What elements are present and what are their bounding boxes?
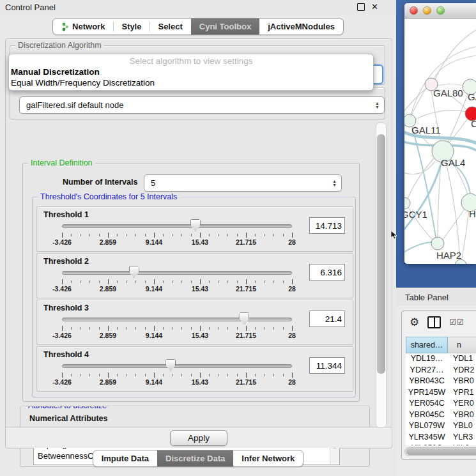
close-traffic-light-icon[interactable] (410, 6, 418, 15)
apply-button[interactable]: Apply (170, 430, 227, 446)
slider-tick-labels: -3.4262.8599.14415.4321.71528 (62, 285, 292, 293)
table-row[interactable]: YDR27…YDR2 (406, 365, 476, 376)
table-horizontal-scrollbar-thumb[interactable] (406, 449, 476, 455)
table-cell: YDR2 (448, 365, 476, 376)
table-row[interactable]: YER054CYER0 (406, 398, 476, 410)
slider-track[interactable] (62, 318, 292, 321)
minimize-traffic-light-icon[interactable] (423, 6, 431, 15)
table-column-header[interactable]: shared… (406, 337, 448, 353)
table-data-group: Table Data galFiltered.sif default node … (10, 88, 385, 119)
columns-icon[interactable] (427, 316, 441, 328)
desktop-background: GAL80GACGAL11GAL4GCY1HHAP2 (396, 0, 476, 288)
node-table-card: ⚙ ☑☑ shared…n YDL19…YDL1YDR27…YDR2YBR043… (401, 311, 476, 460)
table-row[interactable]: YIL052CYIL0 (406, 443, 476, 445)
table-row[interactable]: YDL19…YDL1 (406, 353, 476, 365)
network-node-label: GCY1 (404, 209, 427, 220)
network-window-titlebar[interactable] (404, 3, 476, 19)
table-cell: YDL19… (406, 353, 448, 365)
table-row[interactable]: YBR045CYBR0 (406, 410, 476, 421)
tab-label: Style (121, 22, 141, 31)
tab-label: Discretize Data (165, 454, 225, 463)
slider-thumb-icon[interactable] (129, 266, 139, 278)
slider-ruler (62, 233, 292, 238)
table-cell: YDL1 (448, 353, 476, 365)
table-row[interactable]: YLR345WYLR3 (406, 432, 476, 443)
slider-ruler (62, 372, 292, 378)
table-cell: YBR043C (406, 376, 448, 387)
table-cell: YBR045C (406, 410, 448, 421)
slider-thumb-icon[interactable] (239, 312, 249, 325)
control-panel-titlebar: Control Panel ✕ (0, 0, 396, 15)
cyni-toolbox-panel: Discretization Algorithm Table Data galF… (5, 38, 392, 449)
table-row[interactable]: YBR043CYBR0 (406, 376, 476, 387)
threshold-slider[interactable]: -3.4262.8599.14415.4321.71528 (62, 300, 292, 344)
table-horizontal-scrollbar[interactable] (404, 447, 476, 456)
interval-definition-legend: Interval Definition (28, 158, 95, 167)
slider-track[interactable] (62, 271, 292, 275)
table-data-combo-value: galFiltered.sif default node (26, 100, 123, 110)
pane-scrollbar-thumb[interactable] (377, 134, 385, 374)
table-toolbar: ⚙ ☑☑ (402, 311, 476, 333)
slider-ruler (62, 326, 292, 331)
algorithm-dropdown-popup: Select algorithm to view settings Manual… (8, 54, 374, 91)
table-cell: YLR345W (406, 432, 448, 443)
network-node-label: GAL11 (411, 125, 441, 135)
threshold-slider[interactable]: -3.4262.8599.14415.4321.71528 (62, 347, 292, 391)
threshold-value-field[interactable]: 14.713 (309, 217, 345, 234)
threshold-value-field[interactable]: 11.344 (309, 357, 345, 374)
close-icon[interactable]: ✕ (371, 3, 378, 11)
slider-ruler (62, 279, 292, 284)
table-rows: YDL19…YDL1YDR27…YDR2YBR043CYBR0YPR145WYP… (406, 353, 476, 445)
network-window[interactable]: GAL80GACGAL11GAL4GCY1HHAP2 (404, 3, 476, 264)
network-node[interactable] (404, 197, 410, 209)
table-column-header[interactable]: n (448, 337, 476, 353)
algorithm-placeholder-option[interactable]: Select algorithm to view settings (9, 54, 373, 66)
tab-label: jActiveMNodules (268, 22, 335, 31)
tab-jactivemnodules[interactable]: jActiveMNodules (259, 19, 343, 35)
tab-label: Select (158, 22, 182, 31)
table-row[interactable]: YPR145WYPR1 (406, 387, 476, 399)
bottom-tab-impute-data[interactable]: Impute Data (93, 450, 157, 466)
gear-icon[interactable]: ⚙ (410, 317, 419, 328)
zoom-traffic-light-icon[interactable] (436, 6, 445, 15)
bottom-tab-infer-network[interactable]: Infer Network (233, 450, 303, 466)
table-cell: YER054C (406, 398, 448, 410)
tab-select[interactable]: Select (150, 19, 190, 35)
algorithm-option[interactable]: Manual Discretization (9, 66, 373, 77)
network-node-label: HAP2 (436, 250, 461, 261)
slider-thumb-icon[interactable] (190, 219, 201, 231)
threshold-value-field[interactable]: 6.316 (309, 264, 345, 280)
table-cell: YBL079W (406, 420, 448, 432)
select-columns-checkboxes-icon[interactable]: ☑☑ (449, 318, 464, 326)
threshold-slider[interactable]: -3.4262.8599.14415.4321.71528 (62, 254, 292, 298)
combo-arrows-icon: ▲▼ (375, 102, 380, 109)
tab-network[interactable]: Network (53, 19, 113, 35)
network-node[interactable] (431, 237, 444, 250)
table-row[interactable]: YBL079WYBL0 (406, 420, 476, 432)
control-panel-tabbar: NetworkStyleSelectCyni ToolboxjActiveMNo… (0, 18, 396, 36)
attributes-legend: Attributes to discretize (26, 406, 109, 410)
tab-label: Network (72, 22, 105, 31)
table-header-row: shared…n (406, 337, 476, 353)
network-canvas[interactable]: GAL80GACGAL11GAL4GCY1HHAP2 (404, 19, 476, 264)
table-cell: YIL052C (406, 443, 448, 445)
slider-track[interactable] (62, 364, 292, 368)
algorithm-option[interactable]: Equal Width/Frequency Discretization (9, 77, 373, 88)
threshold-slider[interactable]: -3.4262.8599.14415.4321.71528 (62, 207, 292, 251)
tab-style[interactable]: Style (113, 19, 150, 35)
network-node-label: C (471, 118, 476, 129)
number-of-intervals-combo[interactable]: 5 ▲▼ (144, 174, 342, 192)
tab-group: NetworkStyleSelectCyni ToolboxjActiveMNo… (52, 18, 344, 35)
slider-thumb-icon[interactable] (165, 359, 176, 371)
pane-scrollbar[interactable] (376, 122, 387, 429)
slider-track[interactable] (62, 224, 292, 228)
table-data-combo[interactable]: galFiltered.sif default node ▲▼ (19, 96, 385, 114)
threshold-box: Threshold 1-3.4262.8599.14415.4321.71528… (36, 206, 353, 252)
bottom-tab-discretize-data[interactable]: Discretize Data (157, 450, 233, 466)
tab-cyni-toolbox[interactable]: Cyni Toolbox (191, 19, 259, 35)
bottom-tab-group: Impute DataDiscretize DataInfer Network (93, 450, 304, 467)
threshold-value-field[interactable]: 21.4 (309, 311, 345, 327)
table-cell: YER0 (448, 398, 476, 410)
table-cell: YIL0 (448, 443, 476, 445)
float-window-icon[interactable] (357, 3, 365, 11)
